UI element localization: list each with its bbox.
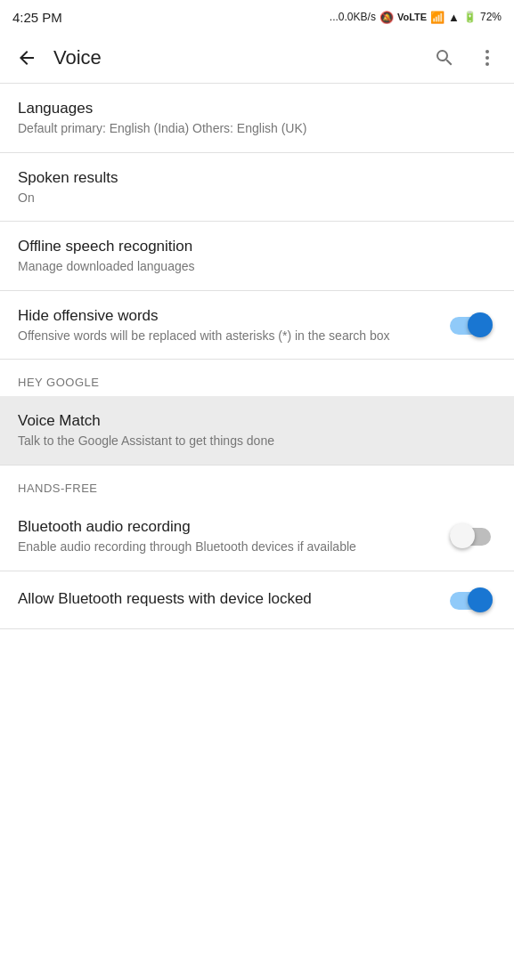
languages-subtitle: Default primary: English (India) Others:… [18, 120, 485, 138]
battery-percent: 72% [480, 11, 502, 23]
spoken-results-subtitle: On [18, 190, 485, 207]
settings-list: Languages Default primary: English (Indi… [0, 84, 514, 629]
bluetooth-audio-toggle[interactable] [450, 523, 496, 550]
spoken-results-text: Spoken results On [18, 169, 496, 207]
offline-speech-item[interactable]: Offline speech recognition Manage downlo… [0, 222, 514, 291]
voice-match-item[interactable]: Voice Match Talk to the Google Assistant… [0, 396, 514, 466]
alarm-icon: 🔕 [379, 11, 394, 24]
back-button[interactable] [7, 38, 46, 77]
status-time: 4:25 PM [12, 10, 62, 25]
battery-icon: 🔋 [463, 11, 477, 23]
signal-icon: 📶 [430, 11, 445, 24]
bluetooth-requests-text: Allow Bluetooth requests with device loc… [18, 590, 450, 611]
volte-icon: VoLTE [397, 12, 427, 22]
status-bar: 4:25 PM ...0.0KB/s 🔕 VoLTE 📶 ▲ 🔋 72% [0, 0, 514, 32]
languages-item[interactable]: Languages Default primary: English (Indi… [0, 84, 514, 153]
bluetooth-requests-toggle-thumb [468, 587, 493, 612]
offline-speech-subtitle: Manage downloaded languages [18, 258, 485, 276]
status-icons: ...0.0KB/s 🔕 VoLTE 📶 ▲ 🔋 72% [330, 11, 502, 24]
bluetooth-audio-text: Bluetooth audio recording Enable audio r… [18, 518, 450, 556]
svg-point-2 [485, 62, 489, 66]
svg-point-0 [485, 50, 489, 53]
bluetooth-audio-title: Bluetooth audio recording [18, 518, 439, 536]
offline-speech-text: Offline speech recognition Manage downlo… [18, 238, 496, 276]
search-button[interactable] [425, 38, 464, 77]
offline-speech-title: Offline speech recognition [18, 238, 485, 255]
hey-google-section-header: HEY GOOGLE [0, 360, 514, 396]
spoken-results-title: Spoken results [18, 169, 485, 187]
hide-offensive-toggle-thumb [468, 312, 493, 337]
bluetooth-audio-item[interactable]: Bluetooth audio recording Enable audio r… [0, 502, 514, 571]
bluetooth-requests-item[interactable]: Allow Bluetooth requests with device loc… [0, 571, 514, 629]
hide-offensive-item[interactable]: Hide offensive words Offensive words wil… [0, 291, 514, 360]
voice-match-title: Voice Match [18, 412, 485, 430]
bluetooth-audio-subtitle: Enable audio recording through Bluetooth… [18, 539, 439, 556]
app-bar: Voice [0, 32, 514, 84]
wifi-icon: ▲ [448, 11, 460, 24]
hide-offensive-subtitle: Offensive words will be replaced with as… [18, 328, 439, 345]
voice-match-subtitle: Talk to the Google Assistant to get thin… [18, 433, 485, 450]
page-title: Voice [46, 46, 425, 69]
network-status: ...0.0KB/s [330, 11, 376, 23]
languages-title: Languages [18, 100, 485, 117]
hide-offensive-title: Hide offensive words [18, 307, 439, 325]
svg-point-1 [485, 56, 489, 60]
hide-offensive-toggle[interactable] [450, 312, 496, 339]
more-options-button[interactable] [468, 38, 507, 77]
spoken-results-item[interactable]: Spoken results On [0, 153, 514, 223]
bluetooth-requests-title: Allow Bluetooth requests with device loc… [18, 590, 439, 608]
app-bar-actions [425, 38, 507, 77]
hide-offensive-text: Hide offensive words Offensive words wil… [18, 307, 450, 345]
bluetooth-requests-toggle[interactable] [450, 587, 496, 614]
hands-free-section-header: HANDS-FREE [0, 466, 514, 502]
voice-match-text: Voice Match Talk to the Google Assistant… [18, 412, 496, 450]
languages-text: Languages Default primary: English (Indi… [18, 100, 496, 138]
